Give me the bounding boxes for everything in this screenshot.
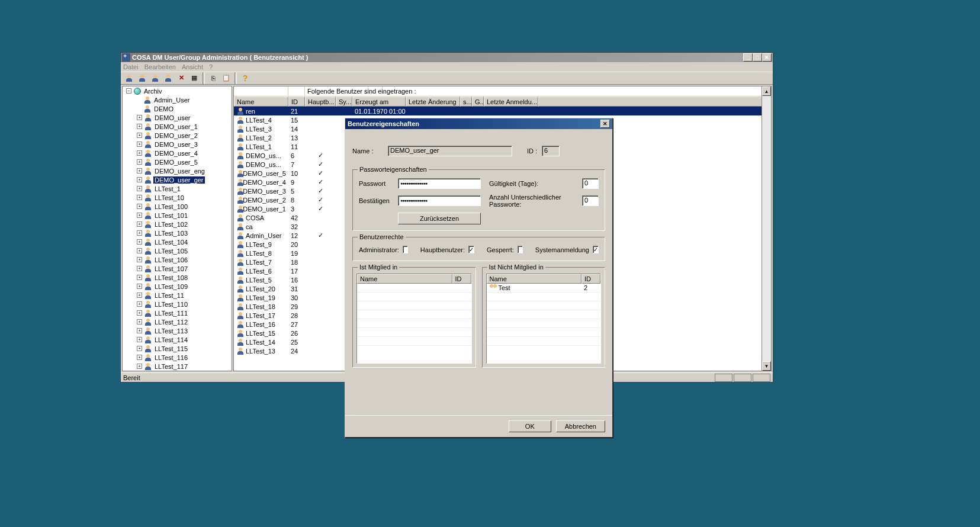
expand-icon[interactable]: + — [137, 346, 142, 351]
tree-item[interactable]: +LLTest_116 — [123, 353, 232, 362]
confirm-input[interactable]: ●●●●●●●●●●●●●● — [398, 195, 481, 206]
tree-item[interactable]: +DEMO_user — [123, 113, 232, 122]
tree-item[interactable]: +LLTest_109 — [123, 282, 232, 291]
tree-item[interactable]: +LLTest_103 — [123, 229, 232, 237]
column-header[interactable]: Hauptb... — [305, 97, 336, 107]
column-header[interactable]: ID — [288, 97, 305, 107]
expand-icon[interactable]: + — [137, 177, 142, 182]
tree-item[interactable]: +DEMO_user_2 — [123, 131, 232, 140]
col-name[interactable]: Name — [487, 274, 582, 284]
tree-item[interactable]: +LLTest_110 — [123, 300, 232, 309]
admin-checkbox[interactable] — [403, 246, 408, 253]
col-name[interactable]: Name — [357, 274, 452, 284]
expand-icon[interactable]: + — [137, 124, 142, 129]
menu-bearbeiten[interactable]: Bearbeiten — [144, 63, 176, 70]
expand-icon[interactable]: + — [137, 266, 142, 271]
menu-help[interactable]: ? — [209, 63, 213, 70]
expand-icon[interactable]: + — [137, 221, 142, 227]
tb-user-4[interactable] — [162, 72, 174, 84]
tree-item[interactable]: +DEMO_user_4 — [123, 149, 232, 158]
tree-item[interactable]: +LLTest_112 — [123, 317, 232, 326]
expand-icon[interactable]: + — [137, 319, 142, 324]
validity-input[interactable]: 0 — [582, 178, 599, 189]
expand-icon[interactable]: + — [137, 142, 142, 147]
column-header[interactable]: Letzte Anmeldu... — [484, 97, 538, 107]
cancel-button[interactable]: Abbrechen — [556, 420, 605, 432]
column-header[interactable]: G... — [472, 97, 484, 107]
filter-name[interactable] — [234, 86, 288, 96]
reset-button[interactable]: Zurücksetzen — [398, 213, 481, 224]
tb-user-2[interactable] — [136, 72, 148, 84]
menu-ansicht[interactable]: Ansicht — [182, 63, 203, 70]
tree-panel[interactable]: − Archiv Admin_UserDEMO+DEMO_user+DEMO_u… — [122, 86, 232, 371]
expand-icon[interactable]: + — [137, 248, 142, 253]
tree-item[interactable]: +LLTest_106 — [123, 255, 232, 264]
password-input[interactable]: ●●●●●●●●●●●●●● — [398, 178, 481, 189]
tree-item[interactable]: +DEMO_user_1 — [123, 122, 232, 131]
list-row[interactable]: Test 2 — [487, 284, 601, 293]
scroll-down-icon[interactable]: ▼ — [762, 361, 771, 371]
tree-item[interactable]: +LLTest_100 — [123, 202, 232, 211]
tb-user-3[interactable] — [149, 72, 161, 84]
filter-id[interactable] — [288, 86, 305, 96]
mainuser-checkbox[interactable]: ✓ — [468, 246, 474, 253]
tb-copy[interactable]: ⎘ — [207, 72, 219, 84]
expand-icon[interactable]: + — [137, 257, 142, 262]
collapse-icon[interactable]: − — [126, 88, 131, 94]
minimize-button[interactable]: _ — [743, 53, 753, 62]
maximize-button[interactable]: □ — [753, 53, 762, 62]
expand-icon[interactable]: + — [137, 284, 142, 289]
col-id[interactable]: ID — [581, 274, 600, 284]
expand-icon[interactable]: + — [137, 310, 142, 316]
expand-icon[interactable]: + — [137, 115, 142, 120]
tree-item[interactable]: +LLTest_115 — [123, 344, 232, 353]
menu-datei[interactable]: Datei — [123, 63, 139, 70]
tree-item[interactable]: +LLTest_101 — [123, 211, 232, 220]
tree-item[interactable]: +LLTest_117 — [123, 362, 232, 371]
expand-icon[interactable]: + — [137, 133, 142, 138]
column-header[interactable]: Letzte Änderung — [406, 97, 460, 107]
tree-item[interactable]: +LLTest_105 — [123, 246, 232, 255]
tree-item[interactable]: +DEMO_user_5 — [123, 158, 232, 166]
expand-icon[interactable]: + — [137, 150, 142, 156]
expand-icon[interactable]: + — [137, 195, 142, 200]
expand-icon[interactable]: + — [137, 293, 142, 298]
tree-item[interactable]: +LLTest_114 — [123, 335, 232, 344]
tb-delete[interactable]: ✕ — [175, 72, 187, 84]
scroll-up-icon[interactable]: ▲ — [762, 86, 771, 96]
expand-icon[interactable]: + — [137, 301, 142, 307]
expand-icon[interactable]: + — [137, 364, 142, 369]
tb-help[interactable]: ? — [239, 72, 251, 84]
expand-icon[interactable]: + — [137, 186, 142, 191]
tree-item[interactable]: Admin_User — [123, 95, 232, 104]
dialog-titlebar[interactable]: Benutzereigenschaften ✕ — [345, 118, 612, 129]
column-header[interactable]: Name — [234, 97, 288, 107]
syslogin-checkbox[interactable]: ✓ — [593, 246, 599, 253]
tb-paste[interactable]: 📋 — [220, 72, 232, 84]
tree-item[interactable]: +LLTest_10 — [123, 193, 232, 202]
tree-item[interactable]: +DEMO_user_ger — [123, 175, 232, 184]
column-header[interactable]: s... — [460, 97, 472, 107]
tree-root[interactable]: − Archiv — [123, 86, 232, 95]
ok-button[interactable]: OK — [509, 420, 551, 432]
expand-icon[interactable]: + — [137, 337, 142, 342]
expand-icon[interactable]: + — [137, 204, 142, 209]
col-id[interactable]: ID — [452, 274, 471, 284]
column-header[interactable]: Sy... — [336, 97, 352, 107]
scrollbar-vertical[interactable]: ▲ ▼ — [761, 86, 771, 371]
tree-item[interactable]: +LLTest_1 — [123, 184, 232, 193]
distinct-input[interactable]: 0 — [582, 195, 599, 206]
close-button[interactable]: ✕ — [762, 53, 772, 62]
expand-icon[interactable]: + — [137, 328, 142, 333]
expand-icon[interactable]: + — [137, 355, 142, 360]
tree-item[interactable]: +LLTest_113 — [123, 326, 232, 335]
expand-icon[interactable]: + — [137, 213, 142, 218]
tree-item[interactable]: +LLTest_104 — [123, 237, 232, 246]
locked-checkbox[interactable] — [518, 246, 523, 253]
dialog-close-button[interactable]: ✕ — [600, 120, 610, 128]
tree-item[interactable]: +LLTest_111 — [123, 309, 232, 317]
expand-icon[interactable]: + — [137, 230, 142, 236]
expand-icon[interactable]: + — [137, 159, 142, 165]
titlebar[interactable]: COSA DM User/Group Administration ( Benu… — [121, 53, 773, 62]
tree-item[interactable]: +DEMO_user_3 — [123, 140, 232, 149]
